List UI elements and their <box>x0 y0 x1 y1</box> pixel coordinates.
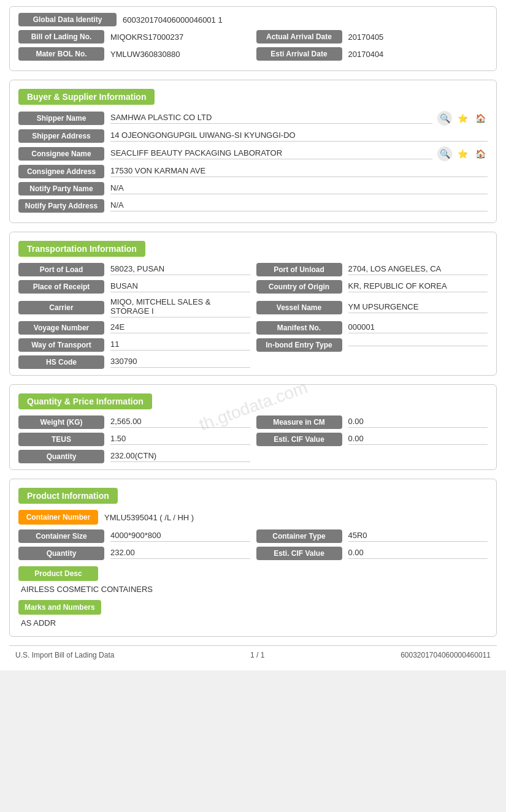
carrier-value: MIQO, MITCHELL SALES & STORAGE I <box>110 297 250 317</box>
quantity-value: 232.00(CTN) <box>110 451 250 462</box>
product-information-section: Product Information Container Number YML… <box>9 479 497 637</box>
shipper-name-row: Shipper Name SAMHWA PLASTIC CO LTD 🔍 ⭐ 🏠 <box>18 111 488 126</box>
place-of-receipt-label: Place of Receipt <box>18 280 104 294</box>
weight-label: Weight (KG) <box>18 415 104 429</box>
global-data-identity-value: 600320170406000046001 1 <box>123 15 488 25</box>
voyage-manifest-row: Voyage Number 24E Manifest No. 000001 <box>18 321 488 335</box>
global-data-identity-row: Global Data Identity 6003201704060000460… <box>18 13 488 26</box>
voyage-number-label: Voyage Number <box>18 321 104 335</box>
voyage-number-value: 24E <box>110 322 250 333</box>
in-bond-entry-type-label: In-bond Entry Type <box>256 338 342 352</box>
manifest-no-value: 000001 <box>348 322 488 333</box>
country-of-origin-value: KR, REPUBLIC OF KOREA <box>348 281 488 292</box>
shipper-address-row: Shipper Address 14 OJEONGONGUPGIL UIWANG… <box>18 129 488 143</box>
port-of-load-value: 58023, PUSAN <box>110 264 250 275</box>
mater-bol-row: Mater BOL No. YMLUW360830880 Esti Arriva… <box>18 47 488 61</box>
measure-in-cm-label: Measure in CM <box>256 415 342 429</box>
shipper-name-label: Shipper Name <box>18 112 104 125</box>
notify-party-address-row: Notify Party Address N/A <box>18 199 488 213</box>
mater-bol-value: YMLUW360830880 <box>110 50 180 59</box>
bill-of-lading-value: MIQOKRS17000237 <box>110 32 183 42</box>
container-number-label: Container Number <box>18 510 98 525</box>
weight-measure-row: Weight (KG) 2,565.00 Measure in CM 0.00 <box>18 415 488 429</box>
prod-quantity-cif-row: Quantity 232.00 Esti. CIF Value 0.00 <box>18 547 488 560</box>
buyer-supplier-section: Buyer & Supplier Information Shipper Nam… <box>9 80 497 223</box>
prod-esti-cif-value: 0.00 <box>348 548 488 559</box>
vessel-name-label: Vessel Name <box>256 301 342 314</box>
quantity-row: Quantity 232.00(CTN) <box>18 450 488 463</box>
prod-quantity-label: Quantity <box>18 547 104 560</box>
page-footer: U.S. Import Bill of Lading Data 1 / 1 60… <box>9 645 497 664</box>
port-of-unload-value: 2704, LOS ANGELES, CA <box>348 264 488 275</box>
search-icon[interactable]: 🔍 <box>437 111 452 126</box>
product-desc-label: Product Desc <box>18 566 98 581</box>
notify-party-name-label: Notify Party Name <box>18 182 104 195</box>
transport-grid: Port of Load 58023, PUSAN Port of Unload… <box>18 263 488 369</box>
weight-value: 2,565.00 <box>110 417 250 428</box>
star-icon[interactable]: ⭐ <box>455 111 470 126</box>
place-of-receipt-value: BUSAN <box>110 281 250 292</box>
transportation-title: Transportation Information <box>18 241 145 257</box>
transportation-section: Transportation Information Port of Load … <box>9 232 497 376</box>
star-icon-2[interactable]: ⭐ <box>455 146 470 161</box>
container-type-label: Container Type <box>256 529 342 543</box>
way-of-transport-label: Way of Transport <box>18 338 104 352</box>
product-grid: Container Size 4000*900*800 Container Ty… <box>18 529 488 560</box>
quantity-price-title: Quantity & Price Information <box>18 393 152 409</box>
teus-cif-row: TEUS 1.50 Esti. CIF Value 0.00 <box>18 433 488 446</box>
prod-quantity-value: 232.00 <box>110 548 250 559</box>
page-wrapper: Global Data Identity 6003201704060000460… <box>0 0 506 670</box>
container-number-row: Container Number YMLU5395041 ( /L / HH ) <box>18 510 488 525</box>
global-data-identity-label: Global Data Identity <box>18 13 117 26</box>
consignee-address-value: 17530 VON KARMAN AVE <box>110 166 488 177</box>
way-inbond-row: Way of Transport 11 In-bond Entry Type <box>18 338 488 352</box>
prod-esti-cif-label: Esti. CIF Value <box>256 547 342 560</box>
esti-cif-value-label: Esti. CIF Value <box>256 433 342 446</box>
quantity-price-section: Quantity & Price Information Weight (KG)… <box>9 384 497 470</box>
container-size-type-row: Container Size 4000*900*800 Container Ty… <box>18 529 488 543</box>
teus-label: TEUS <box>18 433 104 446</box>
container-number-value: YMLU5395041 ( /L / HH ) <box>104 513 194 522</box>
footer-left: U.S. Import Bill of Lading Data <box>15 651 114 659</box>
notify-party-address-value: N/A <box>110 200 488 211</box>
home-icon[interactable]: 🏠 <box>473 111 488 126</box>
carrier-label: Carrier <box>18 301 104 314</box>
notify-party-name-row: Notify Party Name N/A <box>18 182 488 195</box>
identity-box: Global Data Identity 6003201704060000460… <box>9 6 497 71</box>
esti-cif-value-value: 0.00 <box>348 434 488 445</box>
shipper-address-label: Shipper Address <box>18 129 104 143</box>
teus-value: 1.50 <box>110 434 250 445</box>
esti-arrival-date-value: 20170404 <box>348 50 384 59</box>
product-information-title: Product Information <box>18 488 118 504</box>
shipper-address-value: 14 OJEONGONGUPGIL UIWANG-SI KYUNGGI-DO <box>110 131 488 142</box>
hs-code-row: HS Code 330790 <box>18 355 488 369</box>
container-size-label: Container Size <box>18 529 104 543</box>
actual-arrival-date-label: Actual Arrival Date <box>256 30 342 44</box>
footer-center: 1 / 1 <box>250 651 264 659</box>
search-icon-2[interactable]: 🔍 <box>437 146 452 161</box>
actual-arrival-date-value: 20170405 <box>348 32 384 42</box>
carrier-vessel-row: Carrier MIQO, MITCHELL SALES & STORAGE I… <box>18 297 488 317</box>
consignee-name-label: Consignee Name <box>18 147 104 161</box>
buyer-supplier-title: Buyer & Supplier Information <box>18 89 155 105</box>
product-desc-text: AIRLESS COSMETIC CONTAINERS <box>18 585 488 594</box>
marks-and-numbers-label: Marks and Numbers <box>18 600 101 615</box>
marks-and-numbers-block: Marks and Numbers AS ADDR <box>18 600 488 628</box>
footer-right: 6003201704060000460011 <box>401 651 491 659</box>
notify-party-address-label: Notify Party Address <box>18 199 104 213</box>
consignee-name-value: SEACLIFF BEAUTY PACKAGING LABORATOR <box>110 148 432 159</box>
marks-and-numbers-text: AS ADDR <box>18 618 488 628</box>
manifest-no-label: Manifest No. <box>256 321 342 335</box>
consignee-address-row: Consignee Address 17530 VON KARMAN AVE <box>18 165 488 178</box>
consignee-name-row: Consignee Name SEACLIFF BEAUTY PACKAGING… <box>18 146 488 161</box>
hs-code-label: HS Code <box>18 355 104 369</box>
way-of-transport-value: 11 <box>110 340 250 351</box>
in-bond-entry-type-value <box>348 344 488 346</box>
port-of-load-label: Port of Load <box>18 263 104 276</box>
consignee-name-icons: 🔍 ⭐ 🏠 <box>437 146 488 161</box>
vessel-name-value: YM UPSURGENCE <box>348 302 488 313</box>
container-type-value: 45R0 <box>348 531 488 542</box>
hs-code-value: 330790 <box>110 357 250 368</box>
home-icon-2[interactable]: 🏠 <box>473 146 488 161</box>
shipper-name-icons: 🔍 ⭐ 🏠 <box>437 111 488 126</box>
